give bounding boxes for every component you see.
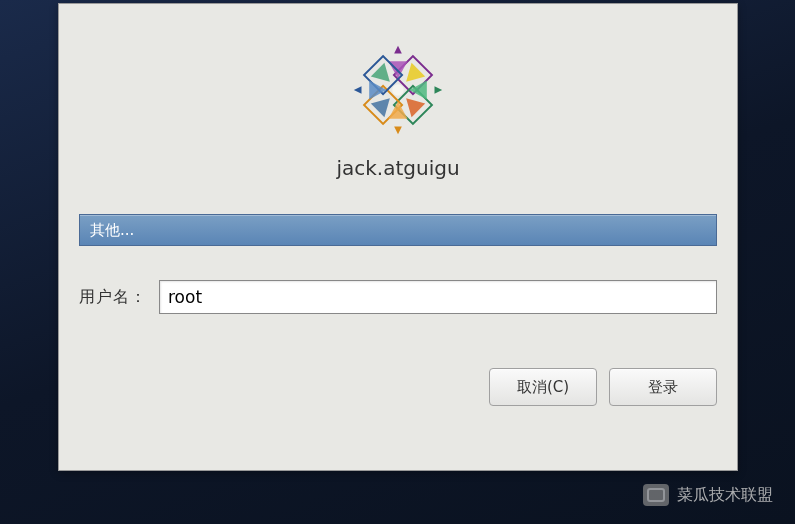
svg-marker-8	[388, 102, 407, 119]
svg-marker-3	[434, 86, 442, 94]
watermark: 菜瓜技术联盟	[643, 484, 773, 506]
login-button[interactable]: 登录	[609, 368, 717, 406]
centos-logo-icon	[350, 42, 446, 138]
svg-marker-6	[394, 126, 402, 134]
svg-point-16	[392, 84, 404, 96]
username-input[interactable]	[159, 280, 717, 314]
username-row: 用户名：	[79, 280, 717, 314]
svg-marker-5	[410, 80, 427, 99]
hostname-label: jack.atguigu	[59, 156, 737, 180]
user-select-label: 其他...	[90, 221, 134, 240]
button-row: 取消(C) 登录	[79, 368, 717, 406]
username-label: 用户名：	[79, 287, 147, 308]
wechat-icon	[643, 484, 669, 506]
cancel-button[interactable]: 取消(C)	[489, 368, 597, 406]
svg-marker-9	[354, 86, 362, 94]
login-panel: jack.atguigu 其他... 用户名： 取消(C) 登录	[58, 3, 738, 471]
logo-container	[59, 42, 737, 138]
user-select-other[interactable]: 其他...	[79, 214, 717, 246]
svg-marker-11	[369, 80, 386, 99]
watermark-text: 菜瓜技术联盟	[677, 485, 773, 506]
svg-marker-0	[394, 46, 402, 54]
